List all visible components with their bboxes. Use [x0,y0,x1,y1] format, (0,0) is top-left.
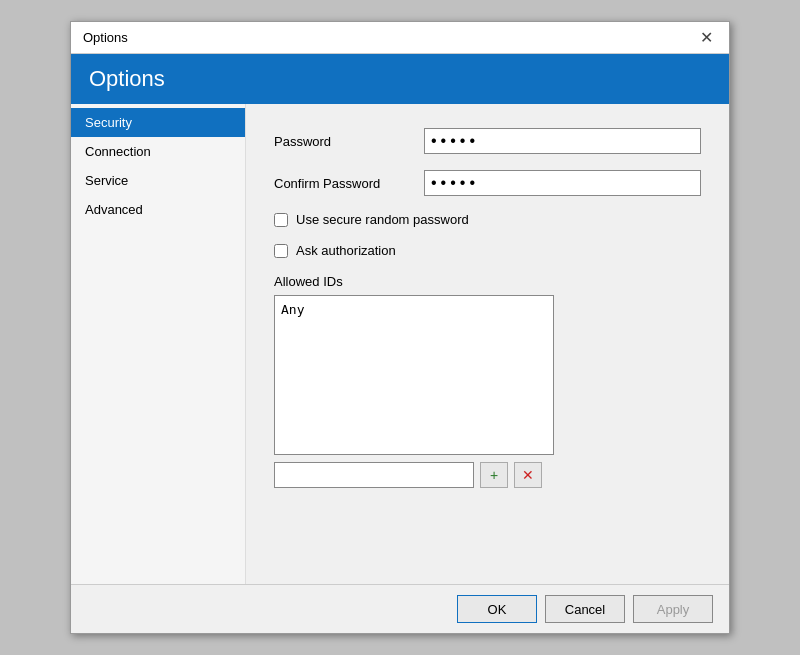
sidebar: Security Connection Service Advanced [71,104,246,584]
cancel-button[interactable]: Cancel [545,595,625,623]
allowed-ids-section: Allowed IDs Any + ✕ [274,274,701,488]
allowed-ids-label: Allowed IDs [274,274,701,289]
password-row: Password [274,128,701,154]
header-title: Options [89,66,165,91]
remove-icon: ✕ [522,467,534,483]
confirm-password-label: Confirm Password [274,176,414,191]
footer: OK Cancel Apply [71,584,729,633]
sidebar-item-connection[interactable]: Connection [71,137,245,166]
sidebar-item-security[interactable]: Security [71,108,245,137]
ok-button[interactable]: OK [457,595,537,623]
allowed-ids-input[interactable] [274,462,474,488]
confirm-password-input[interactable] [424,170,701,196]
sidebar-item-service[interactable]: Service [71,166,245,195]
options-dialog: Options ✕ Options Security Connection Se… [70,21,730,634]
allowed-ids-textarea[interactable]: Any [274,295,554,455]
title-bar: Options ✕ [71,22,729,54]
use-secure-random-label: Use secure random password [296,212,469,227]
use-secure-random-row: Use secure random password [274,212,701,227]
ask-authorization-row: Ask authorization [274,243,701,258]
close-button[interactable]: ✕ [696,28,717,48]
ask-authorization-label: Ask authorization [296,243,396,258]
add-icon: + [490,467,498,483]
window-title: Options [83,30,128,45]
security-panel: Password Confirm Password Use secure ran… [246,104,729,584]
header-bar: Options [71,54,729,104]
confirm-password-row: Confirm Password [274,170,701,196]
allowed-ids-controls: + ✕ [274,462,701,488]
use-secure-random-checkbox[interactable] [274,213,288,227]
apply-button[interactable]: Apply [633,595,713,623]
add-id-button[interactable]: + [480,462,508,488]
ask-authorization-checkbox[interactable] [274,244,288,258]
password-input[interactable] [424,128,701,154]
password-label: Password [274,134,414,149]
sidebar-item-advanced[interactable]: Advanced [71,195,245,224]
remove-id-button[interactable]: ✕ [514,462,542,488]
content-area: Security Connection Service Advanced Pas… [71,104,729,584]
